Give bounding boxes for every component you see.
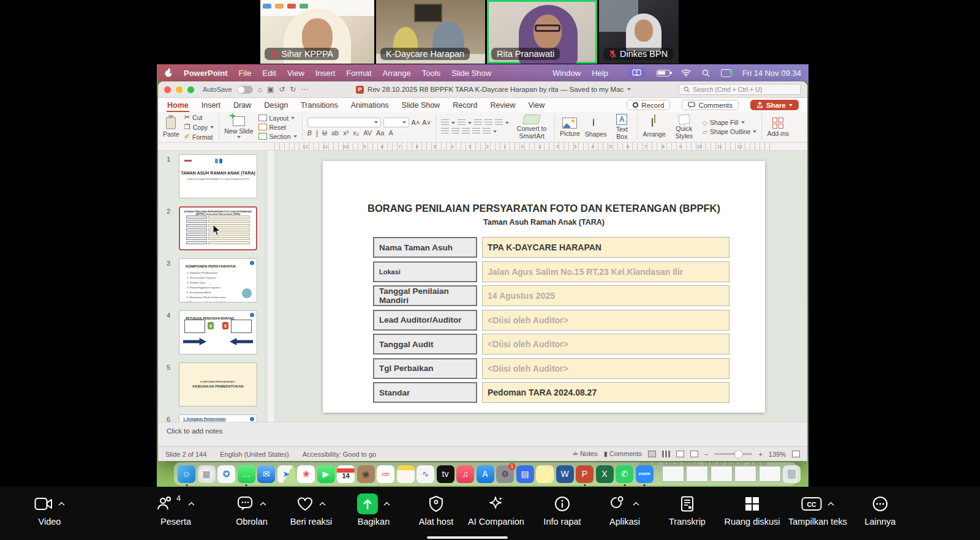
slide-subtitle[interactable]: Taman Asuh Ramah Anak (TARA) xyxy=(323,218,765,227)
fit-to-window-icon[interactable] xyxy=(792,451,800,457)
ribbon-tab[interactable]: Record xyxy=(452,100,478,111)
table-label-cell[interactable]: Nama Taman Asuh xyxy=(373,237,477,258)
zoom-slider[interactable] xyxy=(714,453,752,455)
table-value-cell[interactable]: Jalan Agus Salim No.15 RT.23 Kel.Klandas… xyxy=(482,261,729,282)
dock-app-icon[interactable]: ♫ xyxy=(456,465,474,483)
font-format-button[interactable]: I xyxy=(316,129,318,137)
table-row[interactable]: Tanggal Audit <Diisi oleh Auditor> xyxy=(373,334,729,354)
reading-view-icon[interactable] xyxy=(676,451,684,457)
menubar-menu-item[interactable]: View xyxy=(287,69,304,78)
table-row[interactable]: Tgl Perbaikan <Diisi oleh Auditor> xyxy=(373,358,729,379)
undo-icon[interactable]: ↺ xyxy=(279,85,285,94)
shape-outline-button[interactable]: ▱Shape Outline xyxy=(703,128,757,135)
notes-pane[interactable]: Click to add notes xyxy=(158,422,807,446)
slide-thumbnail-5[interactable]: KOMPONEN PERSYARATAN 1 KEBIJAKAN PEMBENT… xyxy=(179,362,257,407)
font-format-button[interactable]: ab xyxy=(331,129,339,137)
slide-sorter-view-icon[interactable] xyxy=(662,451,670,457)
share-button[interactable]: Share xyxy=(750,100,799,110)
increase-indent-icon[interactable] xyxy=(484,119,492,126)
dock-app-icon[interactable]: ☺ xyxy=(178,465,195,483)
captions-options-chevron-icon[interactable] xyxy=(827,501,835,506)
text-direction-icon[interactable] xyxy=(483,128,491,135)
align-left-icon[interactable] xyxy=(441,128,449,135)
slide-thumbnail-6[interactable]: 1. Kebijakan Pembentukan xyxy=(179,414,257,422)
table-label-cell[interactable]: Tanggal Penilaian Mandiri xyxy=(373,285,477,306)
font-name-select[interactable] xyxy=(307,118,381,127)
table-label-cell[interactable]: Lead Auditor/Auditor xyxy=(373,310,477,331)
dock-app-icon[interactable] xyxy=(710,466,733,482)
dock-app-icon[interactable] xyxy=(397,465,415,483)
dock-app-icon[interactable]: ∿ xyxy=(417,465,434,483)
dock-app-icon[interactable]: ▤ xyxy=(516,465,534,483)
ribbon-tab[interactable]: Slide Show xyxy=(401,100,441,111)
control-center-user-icon[interactable] xyxy=(721,69,731,77)
dock-app-icon[interactable]: ⚙ xyxy=(496,465,514,483)
ribbon-tab[interactable]: Animations xyxy=(350,100,390,111)
increase-font-icon[interactable]: A˄ xyxy=(412,119,420,126)
dock-app-icon[interactable]: ≔ xyxy=(377,465,394,483)
dock-app-icon[interactable]: tv xyxy=(437,465,454,483)
menubar-menu-item[interactable]: Format xyxy=(346,69,371,78)
slide-thumbnail-panel[interactable]: 1 TAMAN ASUH RAMAH ANAK (TARA) BORANG PE… xyxy=(158,151,265,422)
dock-app-icon[interactable]: ◉ xyxy=(357,465,375,483)
participants-options-chevron-icon[interactable] xyxy=(187,501,195,506)
share-options-chevron-icon[interactable] xyxy=(383,501,391,506)
dock-app-icon[interactable]: 14 xyxy=(337,465,355,483)
section-button[interactable]: Section xyxy=(258,133,297,140)
font-format-button[interactable]: Aa xyxy=(376,129,384,137)
font-format-button[interactable]: x² xyxy=(343,129,349,137)
notes-toggle-button[interactable]: ≐ Notes xyxy=(573,450,598,458)
language-indicator[interactable]: English (United States) xyxy=(220,451,289,458)
record-button[interactable]: Record xyxy=(627,100,670,110)
menubar-menu-item[interactable]: Insert xyxy=(315,69,336,78)
battery-icon[interactable] xyxy=(657,70,670,77)
new-slide-button[interactable]: New Slide xyxy=(224,116,253,138)
dock-app-icon[interactable]: ▶ xyxy=(317,465,335,483)
zoom-out-button[interactable]: − xyxy=(704,451,708,458)
dock-app-icon[interactable]: ✉ xyxy=(257,465,275,483)
table-label-cell[interactable]: Lokasi xyxy=(373,261,477,282)
slide-table[interactable]: Nama Taman Asuh TPA K-DAYCARE HARAPAN Lo… xyxy=(373,237,729,403)
search-input[interactable]: Search (Cmd + Ctrl + U) xyxy=(679,84,801,95)
dock-app-icon[interactable] xyxy=(657,465,658,483)
menubar-menu-item[interactable]: Edit xyxy=(262,69,276,78)
font-format-button[interactable]: U xyxy=(322,129,327,137)
shape-fill-button[interactable]: ◇Shape Fill xyxy=(703,119,757,126)
dock-app-icon[interactable]: ▦ xyxy=(198,465,216,483)
minimize-window-button[interactable] xyxy=(176,86,183,93)
menubar-menu-item[interactable]: Window xyxy=(552,69,581,78)
convert-to-smartart-button[interactable]: Convert to SmartArt xyxy=(514,114,549,140)
dock-app-icon[interactable]: P xyxy=(576,465,594,483)
line-spacing-icon[interactable] xyxy=(495,119,503,126)
apps-options-chevron-icon[interactable] xyxy=(632,501,640,506)
font-format-button[interactable]: B xyxy=(307,129,312,137)
table-row[interactable]: Nama Taman Asuh TPA K-DAYCARE HARAPAN xyxy=(373,237,729,258)
menubar-menu-item[interactable]: Help xyxy=(592,69,608,78)
slide-thumbnail-4[interactable]: PETUNJUK PENGISIAN BORANG 0 5 xyxy=(179,310,257,354)
dock-app-icon[interactable]: A xyxy=(477,465,494,483)
table-value-cell[interactable]: TPA K-DAYCARE HARAPAN xyxy=(482,237,729,258)
cut-button[interactable]: ✂Cut xyxy=(184,113,214,121)
dock-app-icon[interactable] xyxy=(759,466,781,482)
comments-toggle-button[interactable]: ▮ Comments xyxy=(604,450,642,458)
video-options-chevron-icon[interactable] xyxy=(58,501,66,506)
dock-app-icon[interactable]: X xyxy=(596,465,614,483)
video-tile-kdaycare[interactable]: K-Daycare Harapan xyxy=(376,0,485,64)
zoom-window-button[interactable] xyxy=(187,86,194,93)
video-tile-sihar-kppa[interactable]: Sihar KPPPA xyxy=(260,0,374,64)
dock-app-icon[interactable]: ➤ xyxy=(277,465,295,483)
add-ins-button[interactable]: Add-ins xyxy=(767,118,789,137)
menubar-menu-item[interactable]: File xyxy=(239,69,252,78)
table-value-cell[interactable]: 14 Agustus 2025 xyxy=(482,285,729,306)
more-button[interactable]: Lainnya xyxy=(834,492,926,527)
dock-app-icon[interactable] xyxy=(783,465,801,483)
spotlight-search-icon[interactable] xyxy=(702,69,710,77)
zoom-level[interactable]: 139% xyxy=(769,451,786,458)
ribbon-tab[interactable]: View xyxy=(527,100,545,111)
redo-icon[interactable]: ↻ xyxy=(290,85,296,94)
font-format-button[interactable]: x₂ xyxy=(353,129,359,137)
video-tile-dinkes-bpn[interactable]: Dinkes BPN xyxy=(599,0,679,64)
dock-app-icon[interactable] xyxy=(536,465,554,483)
save-icon[interactable]: ▣ xyxy=(267,85,274,94)
table-value-cell[interactable]: <Diisi oleh Auditor> xyxy=(482,310,729,331)
